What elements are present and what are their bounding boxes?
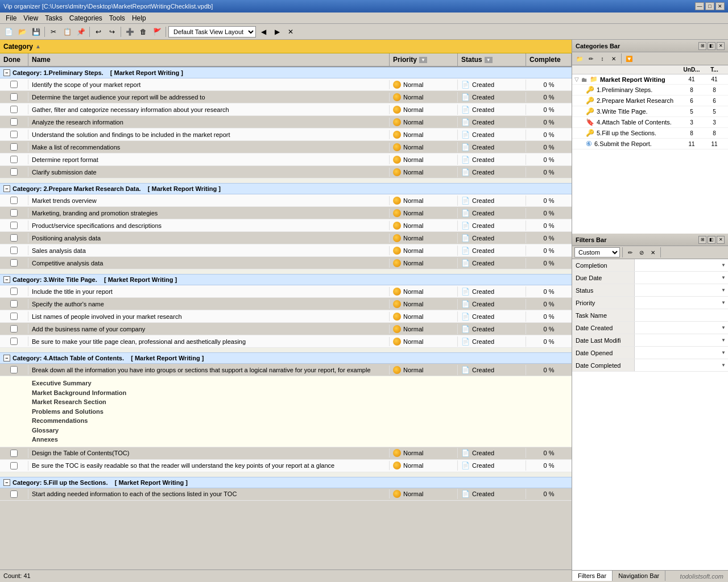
cat-filter-btn[interactable]: 🔽 (624, 53, 634, 64)
task-checkbox[interactable] (10, 247, 18, 254)
toolbar-cut[interactable]: ✂ (47, 26, 60, 38)
toolbar-layout-next[interactable]: ▶ (271, 26, 283, 38)
cat-delete-btn[interactable]: ✕ (609, 53, 619, 64)
cat-row-2[interactable]: 🔑 2.Prepare Market Research 6 6 (572, 95, 728, 106)
task-checkbox[interactable] (10, 106, 18, 113)
toolbar-add-task[interactable]: ➕ (123, 26, 136, 38)
task-checkbox[interactable] (10, 143, 18, 151)
cat-row-root[interactable]: ▽ 🖿 📁 Market Report Writing 41 41 (572, 74, 728, 85)
filter-duedate-arrow[interactable]: ▼ (721, 275, 726, 280)
task-checkbox[interactable] (10, 222, 18, 229)
layout-dropdown[interactable]: Default Task View Layout (168, 26, 256, 38)
task-checkbox[interactable] (10, 300, 18, 307)
task-checkbox[interactable] (10, 131, 18, 138)
filter-datecompleted-arrow[interactable]: ▼ (721, 363, 726, 368)
task-checkbox[interactable] (10, 288, 18, 295)
status-sort-btn[interactable]: ▼ (485, 57, 493, 63)
category-section-header-1[interactable]: − Category: 1.Preliminary Steps. [ Marke… (0, 67, 572, 78)
toolbar-save[interactable]: 💾 (30, 26, 42, 38)
maximize-button[interactable]: □ (705, 2, 714, 10)
expand-cat2[interactable]: − (3, 185, 10, 192)
toolbar-paste[interactable]: 📌 (75, 26, 87, 38)
toolbar-open[interactable]: 📂 (16, 26, 28, 38)
custom-filter-dropdown[interactable]: Custom (574, 247, 620, 257)
task-checkbox[interactable] (10, 338, 18, 345)
task-checkbox[interactable] (10, 462, 18, 469)
menu-categories[interactable]: Categories (66, 13, 106, 23)
menu-view[interactable]: View (20, 13, 42, 23)
category-section-header-2[interactable]: − Category: 2.Prepare Market Research Da… (0, 183, 572, 194)
filter-dateopened-value: ▼ (635, 349, 728, 356)
task-checkbox[interactable] (10, 168, 18, 176)
cat-row-6[interactable]: ⑥ 6.Submit the Report. 11 11 (572, 139, 728, 149)
cat-edit-btn[interactable]: ✏ (586, 53, 596, 64)
toolbar-redo[interactable]: ↪ (106, 26, 118, 38)
menu-tasks[interactable]: Tasks (42, 13, 66, 23)
cat-add-btn[interactable]: 📁 (574, 53, 585, 64)
task-list[interactable]: − Category: 1.Preliminary Steps. [ Marke… (0, 67, 572, 569)
menu-tools[interactable]: Tools (106, 13, 129, 23)
task-checkbox[interactable] (10, 209, 18, 217)
cat-row-4[interactable]: 🔖 4.Attach Table of Contents. 3 3 (572, 117, 728, 128)
filter-completion-arrow[interactable]: ▼ (721, 263, 726, 268)
filters-panel: Filters Bar ⊞ ◧ ✕ Custom ✏ ⊘ ✕ (572, 234, 728, 581)
priority-sort-btn[interactable]: ▼ (419, 57, 427, 63)
filter-status-arrow[interactable]: ▼ (721, 288, 726, 293)
tab-filters-bar[interactable]: Filters Bar (572, 571, 613, 581)
cell-priority: Normal (390, 365, 458, 375)
cell-priority: Normal (390, 233, 458, 243)
task-checkbox[interactable] (10, 156, 18, 163)
minimize-button[interactable]: — (695, 2, 704, 10)
toolbar-undo[interactable]: ↩ (92, 26, 105, 38)
task-checkbox[interactable] (10, 313, 18, 320)
menu-file[interactable]: File (2, 13, 20, 23)
toolbar-copy[interactable]: 📋 (61, 26, 73, 38)
toolbar-sep-4 (166, 27, 166, 37)
task-checkbox[interactable] (10, 81, 18, 88)
panel-float-btn[interactable]: ◧ (708, 42, 715, 50)
filter-datecreated-arrow[interactable]: ▼ (721, 325, 726, 330)
cat-sort-btn[interactable]: ↕ (597, 53, 607, 64)
category-section-header-4[interactable]: − Category: 4.Attach Table of Contents. … (0, 352, 572, 364)
th-status: Status ▼ (458, 53, 526, 66)
close-button[interactable]: ✕ (715, 2, 725, 10)
filter-priority-label: Priority (572, 297, 635, 309)
expand-cat4[interactable]: − (3, 355, 10, 361)
sort-icon[interactable]: ▲ (35, 43, 41, 49)
task-checkbox[interactable] (10, 259, 18, 267)
task-checkbox[interactable] (10, 490, 18, 498)
expand-cat3[interactable]: − (3, 276, 10, 283)
toolbar-flag[interactable]: 🚩 (151, 26, 163, 38)
task-checkbox[interactable] (10, 234, 18, 242)
expand-cat5[interactable]: − (3, 479, 10, 486)
filter-panel-close-btn[interactable]: ✕ (717, 236, 725, 244)
task-checkbox[interactable] (10, 325, 18, 332)
menu-help[interactable]: Help (129, 13, 150, 23)
task-checkbox[interactable] (10, 366, 18, 373)
panel-close-btn[interactable]: ✕ (717, 42, 725, 50)
task-checkbox[interactable] (10, 197, 18, 204)
category-section-header-5[interactable]: − Category: 5.Fill up the Sections. [ Ma… (0, 477, 572, 488)
filter-panel-restore-btn[interactable]: ⊞ (698, 236, 706, 244)
expand-cat1[interactable]: − (3, 69, 10, 76)
filter-dateopened-arrow[interactable]: ▼ (721, 350, 726, 355)
cat-row-1[interactable]: 🔑 1.Preliminary Steps. 8 8 (572, 85, 728, 95)
cat-row-3[interactable]: 🔑 3.Write Title Page. 5 5 (572, 106, 728, 117)
toolbar-layout-close[interactable]: ✕ (284, 26, 297, 38)
filter-datelastmod-arrow[interactable]: ▼ (721, 338, 726, 343)
task-checkbox[interactable] (10, 450, 18, 457)
tab-navigation-bar[interactable]: Navigation Bar (613, 571, 665, 581)
filter-clear-btn[interactable]: ⊘ (636, 247, 647, 257)
filter-delete-btn[interactable]: ✕ (648, 247, 658, 257)
toolbar-layout-prev[interactable]: ◀ (257, 26, 270, 38)
filter-priority-arrow[interactable]: ▼ (721, 300, 726, 305)
task-checkbox[interactable] (10, 93, 18, 101)
cat-row-5[interactable]: 🔑 5.Fill up the Sections. 8 8 (572, 128, 728, 139)
filter-panel-float-btn[interactable]: ◧ (708, 236, 715, 244)
panel-restore-btn[interactable]: ⊞ (698, 42, 706, 50)
category-section-header-3[interactable]: − Category: 3.Write Title Page. [ Market… (0, 274, 572, 285)
toolbar-delete[interactable]: 🗑 (137, 26, 150, 38)
filter-edit-btn[interactable]: ✏ (625, 247, 635, 257)
task-checkbox[interactable] (10, 118, 18, 126)
toolbar-new[interactable]: 📄 (2, 26, 15, 38)
